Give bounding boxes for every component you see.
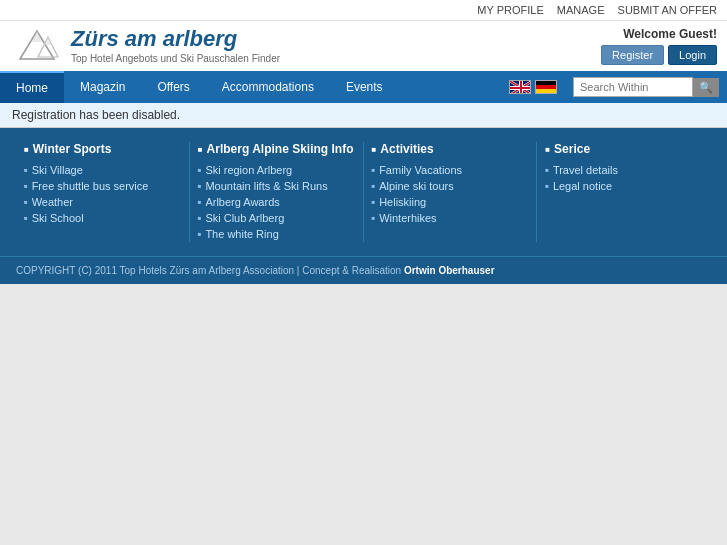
col-title-winter-sports: Winter Sports xyxy=(24,142,181,156)
nav-magazin[interactable]: Magazin xyxy=(64,72,141,102)
my-profile-link[interactable]: MY PROFILE xyxy=(477,4,543,16)
columns-grid: Winter Sports Ski Village Free shuttle b… xyxy=(16,142,711,242)
nav-events[interactable]: Events xyxy=(330,72,399,102)
search-input[interactable] xyxy=(573,77,693,97)
header-right: Welcome Guest! Register Login xyxy=(601,27,717,65)
list-item[interactable]: Alpine ski tours xyxy=(372,178,529,194)
col-title-arlberg: Arlberg Alpine Skiing Info xyxy=(198,142,355,156)
col-title-service: Serice xyxy=(545,142,703,156)
login-button[interactable]: Login xyxy=(668,45,717,65)
list-item[interactable]: Arlberg Awards xyxy=(198,194,355,210)
col-list-winter-sports: Ski Village Free shuttle bus service Wea… xyxy=(24,162,181,226)
list-item[interactable]: Ski region Arlberg xyxy=(198,162,355,178)
list-item[interactable]: Ski Club Arlberg xyxy=(198,210,355,226)
search-wrap: 🔍 xyxy=(565,73,727,101)
list-item[interactable]: Family Vacations xyxy=(372,162,529,178)
col-list-activities: Family Vacations Alpine ski tours Helisk… xyxy=(372,162,529,226)
header-buttons: Register Login xyxy=(601,45,717,65)
col-activities: Activities Family Vacations Alpine ski t… xyxy=(364,142,538,242)
list-item[interactable]: Legal notice xyxy=(545,178,703,194)
flag-uk-icon[interactable] xyxy=(509,80,531,94)
dark-section: Winter Sports Ski Village Free shuttle b… xyxy=(0,128,727,256)
submit-offer-link[interactable]: SUBMIT AN OFFER xyxy=(618,4,717,16)
top-bar: MY PROFILE MANAGE SUBMIT AN OFFER xyxy=(0,0,727,21)
nav-bar: Home Magazin Offers Accommodations Event… xyxy=(0,71,727,103)
nav-offers[interactable]: Offers xyxy=(141,72,205,102)
svg-rect-13 xyxy=(510,87,531,89)
logo-wrap: Zürs am arlberg Top Hotel Angebots und S… xyxy=(10,27,280,65)
copyright-bar: COPYRIGHT (C) 2011 Top Hotels Zürs am Ar… xyxy=(0,256,727,284)
logo-area: Zürs am arlberg Top Hotel Angebots und S… xyxy=(71,27,280,64)
list-item[interactable]: Travel details xyxy=(545,162,703,178)
flag-de-icon[interactable] xyxy=(535,80,557,94)
list-item[interactable]: The white Ring xyxy=(198,226,355,242)
nav-accommodations[interactable]: Accommodations xyxy=(206,72,330,102)
copyright-author[interactable]: Ortwin Oberhauser xyxy=(404,265,495,276)
list-item[interactable]: Winterhikes xyxy=(372,210,529,226)
welcome-text: Welcome Guest! xyxy=(601,27,717,41)
register-button[interactable]: Register xyxy=(601,45,664,65)
list-item[interactable]: Mountain lifts & Ski Runs xyxy=(198,178,355,194)
col-list-service: Travel details Legal notice xyxy=(545,162,703,194)
nav-flags xyxy=(501,80,565,94)
col-winter-sports: Winter Sports Ski Village Free shuttle b… xyxy=(16,142,190,242)
header: Zürs am arlberg Top Hotel Angebots und S… xyxy=(0,21,727,71)
search-button[interactable]: 🔍 xyxy=(693,78,719,97)
manage-link[interactable]: MANAGE xyxy=(557,4,605,16)
col-title-activities: Activities xyxy=(372,142,529,156)
logo-title: Zürs am arlberg xyxy=(71,27,280,51)
col-arlberg: Arlberg Alpine Skiing Info Ski region Ar… xyxy=(190,142,364,242)
notice-text: Registration has been disabled. xyxy=(12,108,180,122)
nav-home[interactable]: Home xyxy=(0,71,64,103)
list-item[interactable]: Free shuttle bus service xyxy=(24,178,181,194)
list-item[interactable]: Weather xyxy=(24,194,181,210)
list-item[interactable]: Ski Village xyxy=(24,162,181,178)
logo-subtitle: Top Hotel Angebots und Ski Pauschalen Fi… xyxy=(71,53,280,64)
svg-marker-4 xyxy=(44,37,52,45)
mountain-logo-icon xyxy=(10,27,65,65)
notice-bar: Registration has been disabled. xyxy=(0,103,727,128)
list-item[interactable]: Heliskiing xyxy=(372,194,529,210)
list-item[interactable]: Ski School xyxy=(24,210,181,226)
col-service: Serice Travel details Legal notice xyxy=(537,142,711,242)
copyright-text: COPYRIGHT (C) 2011 Top Hotels Zürs am Ar… xyxy=(16,265,404,276)
col-list-arlberg: Ski region Arlberg Mountain lifts & Ski … xyxy=(198,162,355,242)
